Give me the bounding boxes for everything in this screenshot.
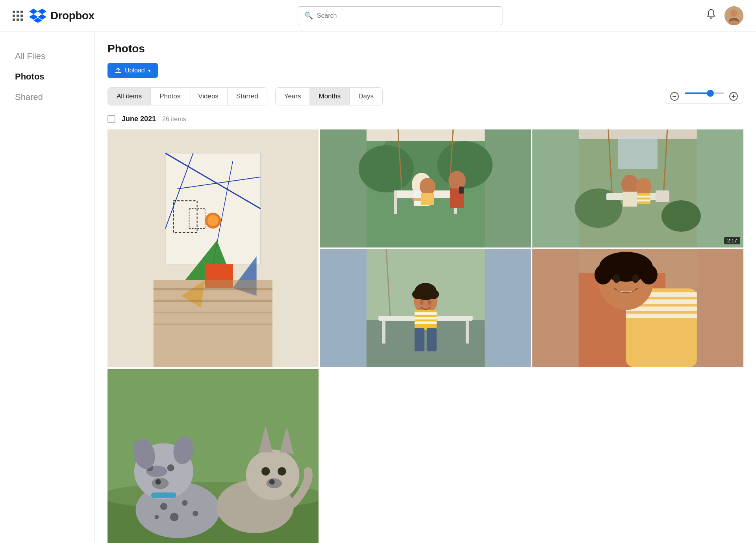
- zoom-in-button[interactable]: [729, 92, 738, 101]
- svg-rect-80: [426, 328, 436, 351]
- main-content: Photos Upload ▾ All items Photos: [94, 31, 756, 543]
- svg-point-109: [167, 464, 174, 471]
- search-icon: 🔍: [304, 11, 313, 20]
- svg-marker-1: [38, 9, 46, 14]
- sidebar-item-photos[interactable]: Photos: [9, 68, 85, 86]
- section-header: June 2021 26 items: [107, 115, 743, 123]
- svg-marker-0: [29, 9, 38, 14]
- svg-point-96: [632, 274, 639, 283]
- user-avatar[interactable]: [724, 6, 743, 25]
- svg-rect-29: [154, 312, 272, 313]
- sidebar-item-shared[interactable]: Shared: [9, 88, 85, 106]
- svg-point-93: [595, 265, 612, 284]
- toolbar: Upload ▾: [107, 63, 743, 78]
- svg-point-8: [730, 9, 737, 17]
- slider-track: [685, 92, 724, 94]
- svg-rect-60: [637, 193, 650, 204]
- art-image: [107, 129, 319, 367]
- type-filter-group: All items Photos Videos Starred: [107, 87, 267, 105]
- view-controls: [665, 89, 743, 104]
- tab-months[interactable]: Months: [310, 88, 350, 105]
- svg-point-104: [193, 511, 198, 516]
- svg-point-57: [621, 175, 639, 194]
- app-grid-icon[interactable]: [13, 11, 23, 21]
- dogs-image: [107, 369, 319, 543]
- svg-rect-69: [465, 320, 469, 344]
- tab-days[interactable]: Days: [350, 88, 382, 105]
- svg-rect-45: [421, 193, 434, 205]
- svg-point-74: [428, 290, 439, 299]
- photo-boy-bench[interactable]: [320, 249, 531, 367]
- svg-point-94: [640, 265, 658, 284]
- svg-rect-53: [618, 137, 658, 169]
- svg-rect-61: [637, 196, 650, 198]
- svg-point-101: [160, 503, 167, 510]
- svg-rect-35: [366, 129, 484, 141]
- notifications-button[interactable]: [706, 9, 717, 22]
- bell-icon: [706, 9, 717, 20]
- svg-rect-30: [154, 323, 272, 325]
- header: Dropbox 🔍: [0, 0, 756, 31]
- svg-rect-77: [414, 317, 436, 320]
- logo-text: Dropbox: [50, 9, 94, 22]
- svg-rect-62: [637, 199, 650, 201]
- zoom-out-icon: [670, 92, 679, 101]
- tab-years[interactable]: Years: [276, 88, 310, 105]
- photo-grid: 2:17: [107, 129, 743, 543]
- dropbox-logo-icon: [29, 9, 46, 23]
- svg-rect-63: [656, 190, 669, 202]
- photo-art[interactable]: [107, 129, 319, 367]
- svg-point-81: [419, 299, 423, 305]
- svg-point-103: [170, 513, 178, 521]
- svg-point-119: [261, 467, 270, 475]
- svg-point-95: [613, 274, 620, 283]
- sidebar-item-all-files[interactable]: All Files: [9, 47, 85, 65]
- svg-point-113: [155, 479, 161, 485]
- section-title: June 2021: [122, 115, 156, 123]
- svg-rect-78: [414, 321, 436, 324]
- boy-selfie-image: [532, 249, 743, 367]
- tab-all-items[interactable]: All items: [108, 88, 151, 105]
- header-left: Dropbox: [13, 9, 94, 23]
- photo-porch-swing-2[interactable]: 2:17: [532, 129, 743, 247]
- upload-button[interactable]: Upload ▾: [107, 63, 158, 78]
- zoom-out-button[interactable]: [670, 92, 679, 101]
- filter-section: All items Photos Videos Starred Years: [107, 87, 743, 105]
- svg-rect-48: [459, 187, 463, 194]
- svg-point-105: [155, 515, 159, 519]
- svg-point-116: [246, 450, 300, 501]
- page-title: Photos: [107, 42, 743, 55]
- header-right: [706, 6, 743, 25]
- photo-boy-selfie[interactable]: [532, 249, 743, 367]
- svg-rect-28: [154, 300, 272, 302]
- porch-swing-1-image: [320, 129, 531, 247]
- slider-thumb[interactable]: [707, 90, 714, 97]
- svg-point-52: [662, 200, 701, 232]
- svg-point-73: [412, 290, 423, 299]
- photo-dogs[interactable]: [107, 369, 319, 543]
- tab-starred[interactable]: Starred: [228, 88, 267, 105]
- svg-point-82: [427, 299, 431, 305]
- svg-rect-76: [414, 312, 436, 315]
- search-input[interactable]: [317, 12, 496, 19]
- svg-point-21: [208, 215, 219, 226]
- boy-bench-image: [320, 249, 531, 367]
- svg-rect-39: [394, 190, 397, 214]
- svg-point-120: [278, 467, 286, 475]
- avatar-image: [724, 6, 743, 25]
- main-layout: All Files Photos Shared Photos Upload ▾: [0, 31, 756, 543]
- svg-point-33: [358, 145, 413, 192]
- tab-photos[interactable]: Photos: [151, 88, 189, 105]
- section-checkbox[interactable]: [107, 115, 115, 123]
- upload-icon: [115, 67, 122, 74]
- svg-rect-114: [151, 492, 176, 498]
- zoom-slider[interactable]: [682, 92, 726, 100]
- svg-rect-58: [623, 192, 637, 207]
- svg-rect-27: [154, 288, 272, 290]
- sidebar: All Files Photos Shared: [0, 31, 94, 543]
- search-box: 🔍: [298, 6, 502, 25]
- photo-porch-swing-1[interactable]: [320, 129, 531, 247]
- porch-swing-2-image: [532, 129, 743, 247]
- logo[interactable]: Dropbox: [29, 9, 94, 23]
- tab-videos[interactable]: Videos: [189, 88, 228, 105]
